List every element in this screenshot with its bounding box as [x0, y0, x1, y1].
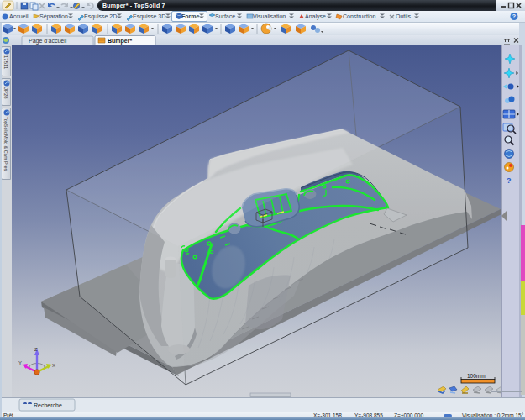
svg-text:?: ? [507, 176, 512, 185]
svg-text:Y: Y [18, 360, 22, 365]
svg-text:X: X [52, 363, 55, 368]
svg-text:Bumper*: Bumper* [108, 38, 132, 45]
svg-text:Recherche: Recherche [34, 402, 62, 408]
svg-text:100mm: 100mm [467, 373, 486, 379]
svg-text:Z: Z [34, 347, 38, 352]
svg-text:Page d'accueil: Page d'accueil [29, 38, 67, 45]
svg-text:?: ? [512, 13, 516, 19]
